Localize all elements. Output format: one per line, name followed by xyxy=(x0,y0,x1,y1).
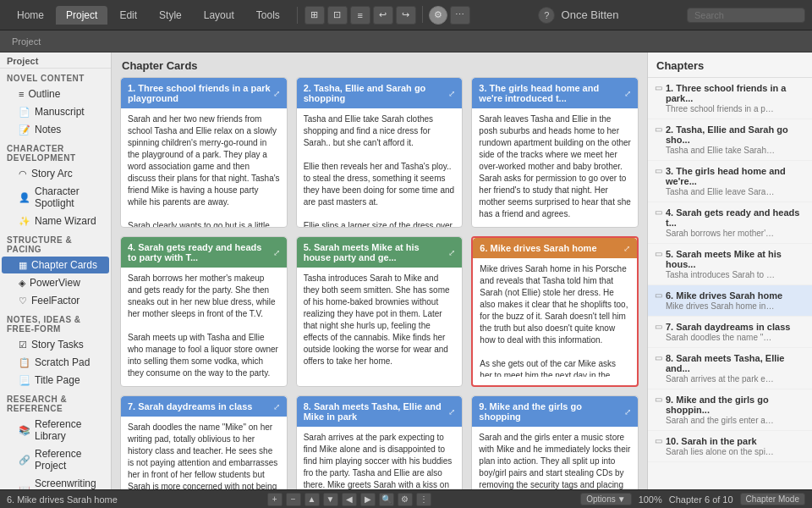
card-1[interactable]: 1. Three school friends in a park playgr… xyxy=(120,77,288,228)
chapter-item-7[interactable]: ▭ 7. Sarah daydreams in class Sarah dood… xyxy=(648,317,812,348)
toolbar-tab-layout[interactable]: Layout xyxy=(194,6,244,25)
card-title: 9. Mike and the girls go shopping xyxy=(479,401,624,422)
card-expand-icon[interactable]: ⤢ xyxy=(448,89,455,98)
nav-down-btn[interactable]: ▼ xyxy=(323,493,338,506)
sidebar-section-character-development: CHARACTER DEVELOPMENT xyxy=(0,139,111,164)
chapter-item-5[interactable]: ▭ 5. Sarah meets Mike at his hous... Tas… xyxy=(648,244,812,285)
toolbar-btn-5[interactable]: ↪ xyxy=(396,6,416,25)
toolbar-extra-btn[interactable]: ⋯ xyxy=(450,6,470,25)
sidebar-item-scratch-pad[interactable]: 📋Scratch Pad xyxy=(2,354,109,371)
sidebar-item-reference-project[interactable]: 🔗Reference Project xyxy=(2,445,109,474)
extra-nav-btn[interactable]: ⋮ xyxy=(416,493,431,506)
toolbar-btn-1[interactable]: ⊞ xyxy=(304,6,325,25)
card-expand-icon[interactable]: ⤢ xyxy=(273,248,280,257)
search-nav-btn[interactable]: 🔍 xyxy=(379,493,394,506)
toolbar-sep2 xyxy=(422,6,423,23)
sidebar-item-notes[interactable]: 📝Notes xyxy=(2,121,109,138)
sidebar-section-research-&-reference: RESEARCH & REFERENCE xyxy=(0,389,111,415)
sidebar-item-reference-library[interactable]: 📚Reference Library xyxy=(2,416,109,444)
card-expand-icon[interactable]: ⤢ xyxy=(448,407,455,417)
sidebar-item-character-spotlight[interactable]: 👤Character Spotlight xyxy=(2,183,109,212)
right-sidebar: Chapters ▭ 1. Three school friends in a … xyxy=(647,52,812,489)
sidebar-item-story-tasks[interactable]: ☑Story Tasks xyxy=(2,336,109,353)
chapter-sub: Three school friends in a par... xyxy=(666,104,776,113)
chapter-title: 5. Sarah meets Mike at his hous... xyxy=(666,249,805,269)
card-expand-icon[interactable]: ⤢ xyxy=(624,89,631,98)
card-expand-icon[interactable]: ⤢ xyxy=(623,244,630,253)
chapter-item-8[interactable]: ▭ 8. Sarah meets Tasha, Ellie and... Sar… xyxy=(648,348,812,389)
chapter-item-2[interactable]: ▭ 2. Tasha, Ellie and Sarah go sho... Ta… xyxy=(648,119,812,161)
card-expand-icon[interactable]: ⤢ xyxy=(624,407,631,417)
menu-bar: Project xyxy=(0,30,812,52)
sidebar-icon: ✨ xyxy=(19,216,30,227)
chapter-info: 9. Mike and the girls go shoppin... Sara… xyxy=(666,395,805,425)
sidebar-icon: 📚 xyxy=(19,425,30,436)
card-4[interactable]: 4. Sarah gets ready and heads to party w… xyxy=(120,236,288,387)
card-header: 5. Sarah meets Mike at his house party a… xyxy=(297,237,463,268)
chapter-sub: Sarah borrows her mother's ma... xyxy=(666,229,776,238)
toolbar-tab-project[interactable]: Project xyxy=(56,6,107,25)
nav-up-btn[interactable]: ▲ xyxy=(304,493,320,506)
chapter-item-1[interactable]: ▭ 1. Three school friends in a park... T… xyxy=(648,78,812,119)
sidebar-item-feelfactor[interactable]: ♡FeelFactor xyxy=(2,292,109,309)
card-expand-icon[interactable]: ⤢ xyxy=(273,402,280,411)
sidebar-item-story-arc[interactable]: ◠Story Arc xyxy=(2,165,109,182)
sidebar-item-label: PowerView xyxy=(30,277,80,289)
toolbar-tab-tools[interactable]: Tools xyxy=(246,6,290,25)
nav-left-btn[interactable]: ◀ xyxy=(342,493,357,506)
menu-project: Project xyxy=(7,35,46,48)
sidebar-item-outline[interactable]: ≡Outline xyxy=(2,86,109,102)
chapter-item-6[interactable]: ▭ 6. Mike drives Sarah home Mike drives … xyxy=(648,285,812,317)
chapter-item-3[interactable]: ▭ 3. The girls head home and we're... Ta… xyxy=(648,161,812,202)
sidebar-icon: 📋 xyxy=(19,357,30,368)
toolbar-tab-edit[interactable]: Edit xyxy=(109,6,147,25)
toolbar-btn-3[interactable]: ≡ xyxy=(350,6,370,25)
main-area: Project NOVEL CONTENT≡Outline📄Manuscript… xyxy=(0,52,812,489)
help-button[interactable]: ? xyxy=(538,7,555,24)
card-6[interactable]: 6. Mike drives Sarah home ⤢ Mike drives … xyxy=(471,236,639,387)
sidebar-item-screenwriting-glossary[interactable]: 📖Screenwriting Glossary xyxy=(2,475,109,489)
card-body: Sarah and the girls enter a music store … xyxy=(472,427,638,489)
sidebar-item-manuscript[interactable]: 📄Manuscript xyxy=(2,103,109,120)
sidebar-item-name-wizard[interactable]: ✨Name Wizard xyxy=(2,213,109,229)
nav-add-btn[interactable]: + xyxy=(267,493,283,506)
sidebar-item-chapter-cards[interactable]: ▦Chapter Cards xyxy=(2,257,109,273)
card-title: 7. Sarah daydreams in class xyxy=(128,401,273,411)
toolbar-tab-home[interactable]: Home xyxy=(7,6,54,25)
card-expand-icon[interactable]: ⤢ xyxy=(273,89,280,98)
sidebar-item-label: Character Spotlight xyxy=(35,185,102,209)
toolbar-settings-btn[interactable]: ⚙ xyxy=(429,6,447,25)
toolbar-title-area: ? Once Bitten xyxy=(474,7,683,24)
mode-button[interactable]: Chapter Mode xyxy=(740,493,805,505)
chapter-sub: Mike drives Sarah home in his P... xyxy=(666,301,776,311)
sidebar-section-novel-content: NOVEL CONTENT xyxy=(0,69,111,85)
sidebar-icon: ▦ xyxy=(19,260,27,271)
sidebar-item-label: Outline xyxy=(28,88,60,100)
search-input[interactable] xyxy=(687,8,805,23)
card-expand-icon[interactable]: ⤢ xyxy=(448,248,455,257)
sidebar-item-label: FeelFactor xyxy=(31,295,80,306)
card-7[interactable]: 7. Sarah daydreams in class ⤢ Sarah dood… xyxy=(120,395,288,489)
chapter-info: 8. Sarah meets Tasha, Ellie and... Sarah… xyxy=(666,353,805,384)
toolbar-tab-style[interactable]: Style xyxy=(149,6,192,25)
card-2[interactable]: 2. Tasha, Ellie and Sarah go shopping ⤢ … xyxy=(296,77,464,228)
toolbar-btn-4[interactable]: ↩ xyxy=(373,6,393,25)
chapter-item-4[interactable]: ▭ 4. Sarah gets ready and heads t... Sar… xyxy=(648,202,812,244)
card-5[interactable]: 5. Sarah meets Mike at his house party a… xyxy=(296,236,464,387)
nav-minus-btn[interactable]: − xyxy=(286,493,301,506)
card-8[interactable]: 8. Sarah meets Tasha, Ellie and Mike in … xyxy=(296,395,464,489)
chapter-item-10[interactable]: ▭ 10. Sarah in the park Sarah lies alone… xyxy=(648,431,812,462)
card-9[interactable]: 9. Mike and the girls go shopping ⤢ Sara… xyxy=(471,395,639,489)
options-button[interactable]: Options ▼ xyxy=(580,493,631,505)
nav-right-btn[interactable]: ▶ xyxy=(360,493,376,506)
sidebar-item-label: Reference Library xyxy=(35,418,102,442)
sidebar-item-powerview[interactable]: ◈PowerView xyxy=(2,274,109,291)
sidebar-icon: 🔗 xyxy=(19,455,30,466)
card-3[interactable]: 3. The girls head home and we're introdu… xyxy=(471,77,639,228)
sidebar-item-title-page[interactable]: 📃Title Page xyxy=(2,372,109,389)
chapter-title: 10. Sarah in the park xyxy=(666,436,805,446)
toolbar-btn-2[interactable]: ⊡ xyxy=(327,6,348,25)
chapter-icon: ▭ xyxy=(655,249,662,258)
settings-nav-btn[interactable]: ⚙ xyxy=(398,493,413,506)
chapter-item-9[interactable]: ▭ 9. Mike and the girls go shoppin... Sa… xyxy=(648,389,812,431)
